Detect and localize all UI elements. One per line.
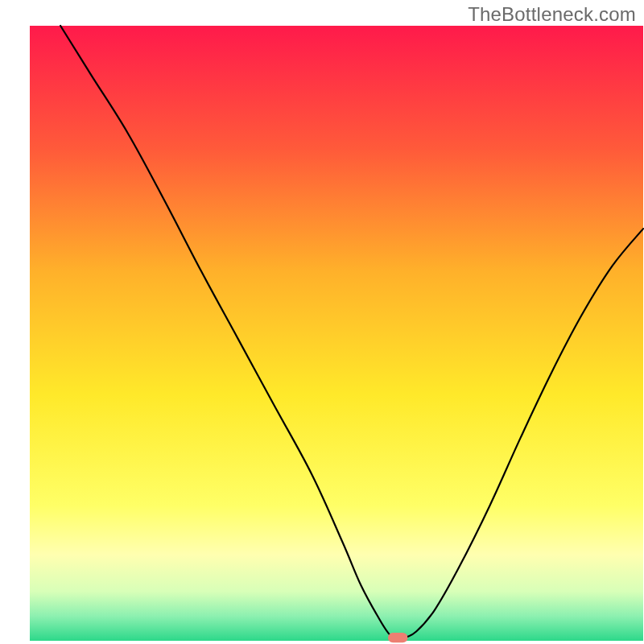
gradient-background bbox=[30, 26, 643, 641]
current-point-marker bbox=[388, 633, 407, 642]
plot-svg bbox=[0, 0, 644, 644]
attribution-label: TheBottleneck.com bbox=[468, 3, 636, 26]
bottleneck-chart: TheBottleneck.com bbox=[0, 0, 644, 644]
